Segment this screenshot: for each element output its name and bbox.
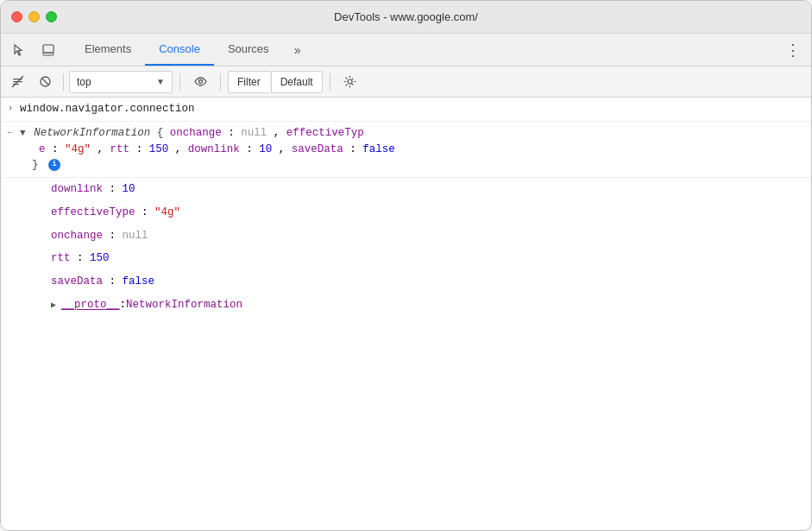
result-comma-1: , <box>274 127 286 139</box>
result-colon-3: : <box>136 143 149 155</box>
inspect-button[interactable] <box>34 34 63 66</box>
expand-result-icon[interactable]: ▼ <box>20 126 26 141</box>
result-content: ▼ NetworkInformation { onchange : null ,… <box>20 123 811 175</box>
context-selector[interactable]: top ▼ <box>69 71 173 93</box>
prop-savedata-value: false <box>123 275 155 288</box>
prop-savedata-colon: : <box>110 275 123 288</box>
prop-rtt-value: 150 <box>90 252 110 264</box>
window-title: DevTools - www.google.com/ <box>334 10 478 23</box>
more-tabs-button[interactable]: » <box>283 34 312 66</box>
svg-line-7 <box>41 79 48 85</box>
console-command-row: › window.navigator.connection <box>1 98 811 122</box>
proto-row: ▶ __proto__ : NetworkInformation <box>1 294 811 317</box>
result-rtt-value: 150 <box>149 143 169 155</box>
proto-expand-icon[interactable]: ▶ <box>51 299 61 312</box>
svg-rect-1 <box>43 53 54 55</box>
maximize-button[interactable] <box>46 11 57 22</box>
result-effectiveType-key: effectiveTyp <box>286 127 364 139</box>
command-chevron-icon: › <box>8 101 14 116</box>
tabbar: Elements Console Sources » ⋮ <box>1 34 811 66</box>
prop-et-key: effectiveType <box>51 206 135 218</box>
context-label: top <box>77 76 91 88</box>
prop-rtt-row: rtt : 150 <box>1 247 811 270</box>
console-content: › window.navigator.connection ← ▼ Networ… <box>1 98 811 531</box>
clear-console-button[interactable] <box>4 70 30 94</box>
command-content: window.navigator.connection <box>20 103 195 115</box>
result-colon-2: : <box>52 143 65 155</box>
toolbar-divider-2 <box>179 73 180 91</box>
result-e-key: e <box>39 143 46 155</box>
svg-rect-0 <box>43 45 54 53</box>
live-expressions-button[interactable] <box>187 70 213 94</box>
titlebar: DevTools - www.google.com/ <box>1 1 811 34</box>
prop-onchange-colon: : <box>110 230 123 242</box>
toolbar-divider-4 <box>330 73 330 91</box>
toolbar-divider-1 <box>63 73 64 91</box>
prop-onchange-content: onchange : null <box>51 226 811 246</box>
traffic-lights <box>11 11 57 22</box>
prop-downlink-colon: : <box>110 183 123 195</box>
close-button[interactable] <box>11 11 22 22</box>
svg-point-8 <box>198 80 202 84</box>
prop-savedata-row: saveData : false <box>1 270 811 294</box>
prop-et-gutter <box>32 203 51 205</box>
result-arrow-icon: ← <box>8 125 14 140</box>
prop-savedata-gutter <box>32 272 51 274</box>
prop-onchange-row: onchange : null <box>1 224 811 248</box>
block-icon-button[interactable] <box>32 70 58 94</box>
prop-rtt-key: rtt <box>51 252 71 264</box>
result-comma-3: , <box>175 143 188 155</box>
prop-onchange-value: null <box>123 230 148 242</box>
prop-rtt-colon: : <box>77 252 90 264</box>
console-settings-button[interactable] <box>337 70 363 94</box>
result-colon-1: : <box>228 127 241 139</box>
prop-rtt-gutter <box>32 249 51 250</box>
toolbar-divider-3 <box>220 73 221 91</box>
result-colon-4: : <box>246 143 259 155</box>
prop-et-content: effectiveType : "4g" <box>51 203 811 223</box>
proto-value: NetworkInformation <box>126 297 242 313</box>
result-close: } i <box>20 159 60 171</box>
minimize-button[interactable] <box>28 11 40 22</box>
result-onchange-key: onchange <box>170 127 222 139</box>
result-savedata-value: false <box>362 143 395 155</box>
tabbar-right: ⋮ <box>771 34 808 66</box>
prop-downlink-row: downlink : 10 <box>1 178 811 201</box>
proto-key: __proto__ <box>61 297 120 313</box>
log-level-button[interactable]: Default <box>271 71 323 93</box>
result-downlink-value: 10 <box>259 143 272 155</box>
context-dropdown-arrow: ▼ <box>156 77 165 86</box>
result-brace-open: { <box>157 127 164 139</box>
prop-effectivetype-row: effectiveType : "4g" <box>1 201 811 224</box>
prop-rtt-content: rtt : 150 <box>51 249 811 269</box>
result-line2: e : "4g" , rtt : 150 , downlink : 10 , s… <box>20 143 395 155</box>
proto-colon: : <box>120 297 127 313</box>
result-class-name: NetworkInformation <box>34 127 157 139</box>
tab-group-left <box>4 34 71 66</box>
info-badge[interactable]: i <box>48 159 60 171</box>
result-savedata-key: saveData <box>292 143 343 155</box>
proto-content: ▶ __proto__ : NetworkInformation <box>51 295 811 315</box>
filter-button[interactable]: Filter <box>228 71 269 93</box>
prop-downlink-gutter <box>32 180 51 181</box>
result-preview-row: ← ▼ NetworkInformation { onchange : null… <box>1 122 811 178</box>
command-gutter: › <box>1 99 20 116</box>
console-toolbar: top ▼ Filter Default <box>1 66 811 98</box>
cursor-tool-button[interactable] <box>4 34 34 66</box>
devtools-menu-button[interactable]: ⋮ <box>778 34 808 66</box>
result-et-value: "4g" <box>65 143 91 155</box>
prop-savedata-content: saveData : false <box>51 272 811 292</box>
result-onchange-value: null <box>241 127 267 139</box>
prop-downlink-content: downlink : 10 <box>51 180 811 199</box>
tab-sources[interactable]: Sources <box>214 34 283 66</box>
result-brace-close: } <box>32 159 39 171</box>
tab-elements[interactable]: Elements <box>71 34 145 66</box>
result-colon-5: : <box>349 143 362 155</box>
result-comma-4: , <box>279 143 292 155</box>
prop-savedata-key: saveData <box>51 275 103 288</box>
prop-downlink-value: 10 <box>123 183 135 195</box>
prop-onchange-gutter <box>32 226 51 228</box>
tab-console[interactable]: Console <box>145 34 214 66</box>
prop-onchange-key: onchange <box>51 230 103 242</box>
prop-et-colon: : <box>142 206 154 218</box>
